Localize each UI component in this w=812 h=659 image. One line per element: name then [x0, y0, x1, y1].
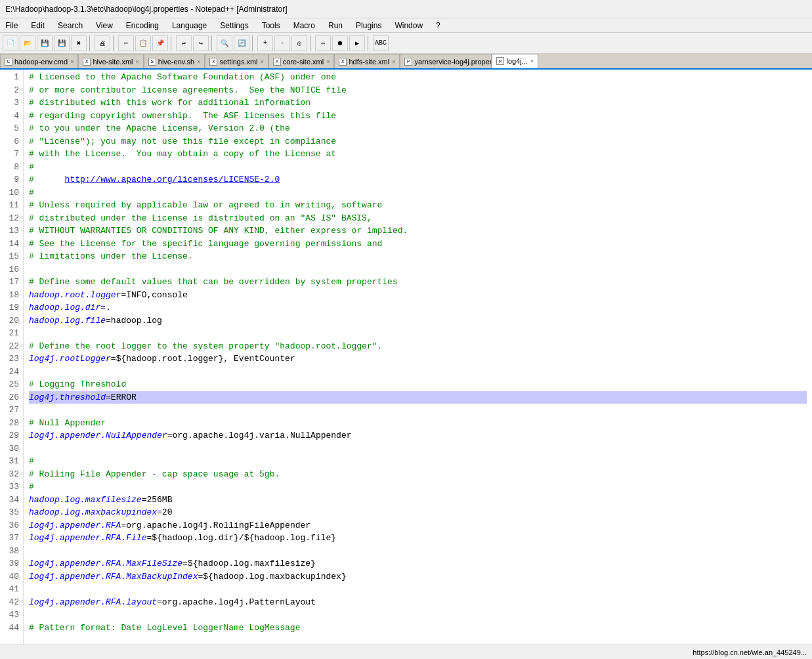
toolbar-zoom-out[interactable]: - [274, 35, 290, 51]
toolbar-macro-rec[interactable]: ⏺ [332, 35, 348, 51]
line-num-15: 15 [3, 250, 19, 263]
line-num-22: 22 [3, 340, 19, 353]
toolbar-copy[interactable]: 📋 [135, 35, 151, 51]
kv-eq-23: = [111, 354, 116, 364]
menu-item-window[interactable]: Window [392, 20, 425, 31]
comment-text-33: # [29, 482, 34, 492]
tab-close-0[interactable]: × [70, 58, 74, 65]
comment-text-32: # Rolling File Appender - cap space usag… [29, 469, 280, 479]
toolbar-open[interactable]: 📂 [20, 35, 35, 51]
kv-eq-19: = [100, 303, 106, 312]
tab-4[interactable]: Xcore-site.xml× [268, 54, 335, 68]
line-num-27: 27 [3, 404, 19, 417]
code-line-41 [29, 583, 807, 596]
code-line-8: # [29, 161, 807, 174]
kv-val-26: ERROR [111, 393, 137, 402]
sep4 [211, 35, 214, 51]
toolbar-save[interactable]: 💾 [37, 35, 53, 51]
line-num-38: 38 [3, 545, 19, 558]
code-line-6: # "License"); you may not use this file … [29, 135, 807, 148]
tab-1[interactable]: Xhive-site.xml× [78, 54, 143, 68]
toolbar-close[interactable]: ✖ [71, 35, 87, 51]
toolbar-new[interactable]: 📄 [3, 35, 18, 51]
kv-key-39: log4j.appender.RFA.MaxFileSize [29, 559, 182, 568]
kv-eq-39: = [182, 559, 188, 568]
tab-0[interactable]: Chadoop-env.cmd× [0, 54, 78, 68]
toolbar-redo[interactable]: ↪ [193, 35, 209, 51]
menu-item-macro[interactable]: Macro [291, 20, 318, 31]
code-line-3: # distributed with this work for additio… [29, 96, 807, 110]
code-line-24 [29, 366, 807, 379]
toolbar-paste[interactable]: 📌 [152, 35, 168, 51]
code-line-18: hadoop.root.logger=INFO,console [29, 289, 807, 302]
toolbar-wrap[interactable]: ⇔ [315, 35, 331, 51]
menu-item-language[interactable]: Language [169, 20, 209, 31]
sep6 [310, 35, 312, 51]
comment-text-13: # WITHOUT WARRANTIES OR CONDITIONS OF AN… [29, 226, 408, 236]
tab-close-5[interactable]: × [392, 58, 395, 65]
kv-val-39: ${hadoop.log.maxfilesize} [188, 559, 316, 568]
code-content[interactable]: # Licensed to the Apache Software Founda… [24, 70, 812, 645]
kv-eq-42: = [157, 597, 162, 607]
menu-item-file[interactable]: File [3, 20, 20, 31]
line-num-35: 35 [3, 506, 19, 519]
line-num-12: 12 [3, 212, 19, 225]
comment-text-3: # distributed with this work for additio… [29, 98, 310, 108]
menu-item-tools[interactable]: Tools [259, 20, 283, 31]
kv-key-23: log4j.rootLogger [29, 354, 111, 364]
code-line-30 [29, 442, 807, 456]
tab-close-3[interactable]: × [261, 58, 264, 65]
toolbar-undo[interactable]: ↩ [176, 35, 192, 51]
comment-text-4: # regarding copyright ownership. The ASF… [29, 111, 336, 121]
menu-item-search[interactable]: Search [55, 20, 85, 31]
line-num-32: 32 [3, 468, 19, 481]
comment-text-44: # Pattern format: Date LogLevel LoggerNa… [29, 623, 300, 633]
tab-3[interactable]: Xsettings.xml× [205, 54, 268, 68]
toolbar-zoom-reset[interactable]: ◎ [291, 35, 307, 51]
status-bar: https://blog.cn.net/wle.an_445249... [0, 645, 812, 659]
comment-link-9[interactable]: http://www.apache.org/licenses/LICENSE-2… [65, 175, 280, 184]
toolbar-macro-play[interactable]: ▶ [349, 35, 365, 51]
kv-eq-20: = [106, 316, 111, 326]
kv-val-35: 20 [162, 507, 173, 517]
toolbar-replace[interactable]: 🔄 [234, 35, 249, 51]
line-num-31: 31 [3, 455, 19, 468]
menu-item-?[interactable]: ? [433, 20, 443, 31]
line-num-24: 24 [3, 366, 19, 379]
menu-item-edit[interactable]: Edit [28, 20, 47, 31]
line-num-43: 43 [3, 608, 19, 622]
toolbar-print[interactable]: 🖨 [95, 35, 110, 51]
comment-text-8: # [29, 162, 34, 172]
menu-item-plugins[interactable]: Plugins [353, 20, 384, 31]
toolbar-saveall[interactable]: 💾 [54, 35, 70, 51]
tab-close-1[interactable]: × [136, 58, 139, 65]
kv-val-19: . [106, 303, 111, 312]
tab-close-2[interactable]: × [197, 58, 200, 65]
code-line-4: # regarding copyright ownership. The ASF… [29, 110, 807, 123]
menu-item-settings[interactable]: Settings [217, 20, 251, 31]
line-num-23: 23 [3, 352, 19, 366]
tab-close-7[interactable]: × [530, 58, 534, 64]
code-line-9: # http://www.apache.org/licenses/LICENSE… [29, 173, 807, 186]
menu-item-encoding[interactable]: Encoding [123, 20, 161, 31]
line-num-7: 7 [3, 148, 19, 161]
toolbar-find[interactable]: 🔍 [217, 35, 232, 51]
menu-item-run[interactable]: Run [326, 20, 345, 31]
toolbar-cut[interactable]: ✂ [118, 35, 134, 51]
tab-7[interactable]: Plog4j...× [492, 54, 538, 68]
tab-2[interactable]: Shive-env.sh× [144, 54, 205, 68]
code-line-28: # Null Appender [29, 417, 807, 430]
kv-eq-26: = [106, 393, 111, 402]
title-bar: E:\Hadoop\hadoop-3.1.3\etc\hadoop\log4j.… [0, 0, 812, 18]
toolbar-zoom-in[interactable]: + [257, 35, 273, 51]
code-line-27 [29, 404, 807, 417]
kv-key-37: log4j.appender.RFA.File [29, 533, 146, 543]
title-text: E:\Hadoop\hadoop-3.1.3\etc\hadoop\log4j.… [5, 5, 288, 14]
tab-icon-6: P [404, 58, 412, 66]
tab-6[interactable]: Pyarnservice-log4j.properties× [400, 54, 492, 68]
menu-item-view[interactable]: View [93, 20, 116, 31]
code-line-31: # [29, 455, 807, 468]
tab-5[interactable]: Xhdfs-site.xml× [334, 54, 400, 68]
tab-close-4[interactable]: × [326, 58, 330, 65]
toolbar-spell[interactable]: ABC [373, 35, 389, 51]
